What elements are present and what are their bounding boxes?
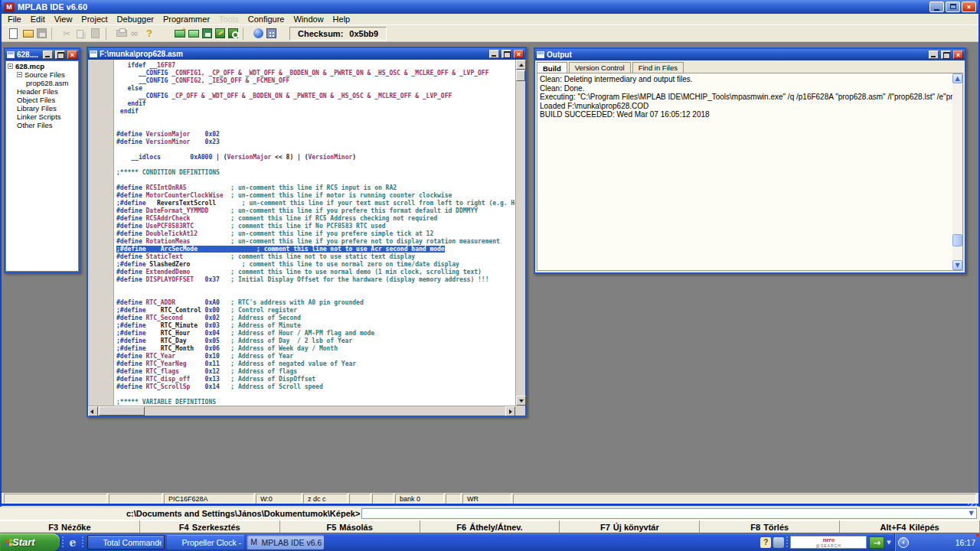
project-maximize-button[interactable] [55,51,65,59]
editor-minimize-button[interactable] [489,50,499,58]
editor-close-button[interactable]: × [514,50,524,58]
tree-item-linker-scripts[interactable]: Linker Scripts [6,112,78,121]
scroll-up-button[interactable]: ▲ [952,73,962,83]
minimize-button[interactable] [929,2,944,12]
editor-maximize-button[interactable] [501,50,511,58]
horizontal-scroll-thumb[interactable] [99,406,145,416]
project-window-titlebar[interactable]: 628.... × [5,49,79,60]
code-line[interactable]: #define DateFormat_YYMMDD ; un-comment t… [116,207,515,215]
paste-icon[interactable] [91,28,100,38]
code-line[interactable]: ;#define SlashedZero ; comment this line… [116,261,515,269]
code-line[interactable]: #define RTC_YearNeg 0x11 ; Address of ne… [116,360,515,368]
code-line[interactable]: ;#define ReversTextScroll ; un-comment t… [116,200,515,207]
window-titlebar[interactable]: M MPLAB IDE v6.60 × [2,0,978,14]
fkey-altf4[interactable]: Alt+F4Kilépés [840,520,980,533]
code-line[interactable]: __CONFIG _CP_OFF & _WDT_OFF & _BODEN_ON … [116,93,515,100]
help-quick-icon[interactable]: ? [760,537,771,548]
code-line[interactable]: #define UsePCF8583RTC ; comment this lin… [116,223,515,230]
output-window-titlebar[interactable]: Output × [535,49,965,60]
command-line-input[interactable]: ▼ [361,508,977,519]
code-line[interactable]: #define VersionMinor 0x23 [116,139,515,146]
code-line[interactable]: ;#define RTC_Month 0x06 ; Address of Wee… [116,345,515,353]
menu-programmer[interactable]: Programmer [158,15,214,24]
save-file-icon[interactable] [37,28,47,38]
output-minimize-button[interactable] [929,51,939,59]
resize-grip[interactable] [968,504,977,506]
code-line[interactable]: endif [116,108,515,116]
code-line[interactable]: ;#define RTC_Minute 0x03 ; Address of Mi… [116,322,515,330]
fkey-f3[interactable]: F3Nézőke [0,520,140,533]
scroll-down-button[interactable] [516,396,526,406]
menu-debugger[interactable]: Debugger [113,15,158,24]
tab-find-in-files[interactable]: Find in Files [632,62,684,73]
code-line-selected[interactable]: ;#define ArcSecMode ; comment this line … [116,246,515,253]
internet-explorer-icon[interactable]: e [67,537,78,548]
code-line[interactable]: __CONFIG _CONFIG2, _IESO_OFF & _FCMEN_OF… [116,77,515,85]
search-go-button[interactable]: → [869,536,884,549]
code-line[interactable]: endif [116,100,515,108]
new-file-icon[interactable] [9,28,18,39]
code-line[interactable]: #define RC5IntOnRA5 ; un-comment this li… [116,184,515,192]
editor-vertical-scrollbar[interactable] [515,60,525,406]
code-line[interactable]: #define RTC_Second 0x02 ; Address of Sec… [116,315,515,322]
code-line[interactable]: #define VersionMajor 0x02 [116,131,515,139]
fkey-f7[interactable]: F7Új könyvtár [560,520,700,533]
vertical-scroll-thumb[interactable] [952,234,962,246]
editor-window-titlebar[interactable]: F:\munka\prop628.asm × [88,48,525,60]
tree-item-header-files[interactable]: Header Files [6,87,78,96]
help-icon[interactable] [143,28,155,40]
task-propeller-clock[interactable]: Propeller Clock - Hob... [167,535,244,549]
task-mplab-ide[interactable]: M MPLAB IDE v6.60 [247,535,324,549]
make-project-icon[interactable] [228,28,238,38]
code-line[interactable] [116,292,515,299]
code-line[interactable] [116,146,515,154]
tray-icon-3[interactable] [933,538,941,546]
scroll-right-button[interactable] [505,406,515,416]
code-line[interactable]: #define RTC_Year 0x10 ; Address of Year [116,353,515,360]
open-file-icon[interactable] [23,30,34,37]
code-line[interactable]: ;***** CONDITION DEFINITIONS [116,169,515,177]
code-line[interactable]: #define MotorCounterClockWise ; un-comme… [116,192,515,200]
copy-icon[interactable] [75,28,87,40]
menu-help[interactable]: Help [328,15,355,24]
output-vertical-scrollbar[interactable]: ▲ ▼ [952,73,962,270]
chevron-down-icon[interactable]: ▼ [887,536,890,549]
code-line[interactable]: __CONFIG _CONFIG1, _CP_OFF & _WDT_OFF & … [116,70,515,77]
code-line[interactable]: ;#define RTC_Control 0x00 ; Control regi… [116,307,515,315]
output-close-button[interactable]: × [953,51,963,59]
scroll-down-button[interactable]: ▼ [952,260,962,270]
tray-icon-2[interactable] [922,538,930,546]
code-line[interactable]: #define RTC_ADDR 0xA0 ; RTC's address wi… [116,299,515,307]
simulator-icon[interactable] [253,28,263,38]
menu-edit[interactable]: Edit [26,15,50,24]
code-line[interactable]: #define ExtendedDemo ; comment this line… [116,269,515,276]
menu-configure[interactable]: Configure [243,15,289,24]
hide-icons-chevron[interactable]: ‹ [898,537,909,548]
code-line[interactable]: #define DoubleTickAt12 ; un-comment this… [116,230,515,238]
maximize-button[interactable] [946,2,960,12]
code-line[interactable]: #define RTC_ScrollSp 0x14 ; Address of S… [116,383,515,391]
build-options-icon[interactable] [215,28,225,38]
cut-icon[interactable] [61,28,74,40]
code-line[interactable]: ;***** VARIABLE DEFINITIONS [116,399,515,406]
show-desktop-icon[interactable] [773,537,784,548]
code-line[interactable]: #define RC5AddrCheck ; comment this line… [116,215,515,223]
code-line[interactable]: ;#define RTC_Hour 0x04 ; Address of Hour… [116,330,515,337]
code-line[interactable]: else [116,85,515,93]
tree-expander-icon[interactable] [8,64,13,69]
fkey-f6[interactable]: F6Áthely/Átnev. [420,520,560,533]
code-line[interactable] [116,123,515,131]
code-line[interactable]: #define RotationMeas ; un-comment this l… [116,238,515,246]
nero-search-box[interactable]: nero @SEARCH [790,536,867,549]
tree-expander-icon[interactable] [17,72,22,77]
find-icon[interactable] [129,28,142,40]
code-line[interactable]: ifdef __16F87 [116,62,515,70]
tab-version-control[interactable]: Version Control [569,62,631,73]
menu-file[interactable]: File [3,15,26,24]
menu-view[interactable]: View [50,15,77,24]
project-close-button[interactable]: × [67,51,77,59]
save-workspace-icon[interactable] [202,28,212,38]
program-target-icon[interactable] [266,28,276,38]
code-area[interactable]: ifdef __16F87 __CONFIG _CONFIG1, _CP_OFF… [115,60,515,406]
code-line[interactable] [116,284,515,292]
